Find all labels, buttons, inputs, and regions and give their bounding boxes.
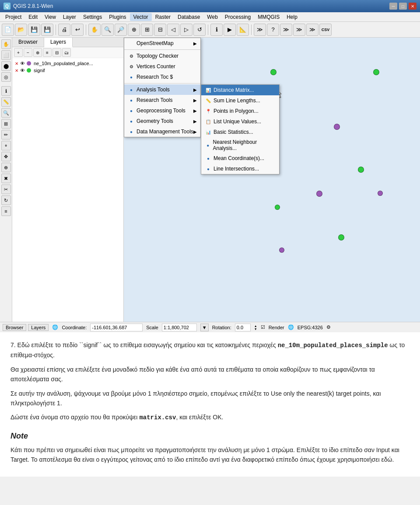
list-item[interactable]: ✕ 👁 ne_10m_populated_place... xyxy=(14,60,122,67)
layer-expand-button[interactable]: ≡ xyxy=(43,48,52,57)
select-button[interactable]: ▶ xyxy=(224,24,236,36)
menu-database[interactable]: Database xyxy=(174,13,203,21)
layer-visibility-icon[interactable]: 👁 xyxy=(20,61,25,66)
maximize-button[interactable]: □ xyxy=(399,3,407,10)
rotation-spinner[interactable]: ▲ ▼ xyxy=(254,324,257,331)
vtb-delete[interactable]: ✖ xyxy=(1,174,11,183)
menu-research-toc[interactable]: ● Research Toc $ xyxy=(124,72,200,82)
zoom-in-button[interactable]: 🔍 xyxy=(102,24,114,36)
map-canvas[interactable]: OpenStreetMap ▶ ⚙ Topology Checker ⚙ Ver… xyxy=(124,38,420,322)
submenu-sum-line-lengths[interactable]: 📏 Sum Line Lengths... xyxy=(201,95,279,106)
vtb-attr[interactable]: ≡ xyxy=(1,206,11,216)
close-button[interactable]: ✕ xyxy=(409,3,416,10)
new-project-button[interactable]: 📄 xyxy=(2,24,14,36)
browser-button[interactable]: Browser xyxy=(3,324,26,331)
layer-add-button[interactable]: + xyxy=(14,48,23,57)
zoom-next-button[interactable]: ▷ xyxy=(180,24,192,36)
submenu-mean-coordinate[interactable]: ● Mean Coordinate(s)... xyxy=(201,153,279,164)
vtb-edit[interactable]: ✏ xyxy=(1,130,11,139)
vtb-select-area[interactable]: ⬜ xyxy=(1,50,11,60)
spin-up-icon[interactable]: ▲ xyxy=(254,324,257,327)
menu-analysis-tools[interactable]: ● Analysis Tools ▶ 📊 Distance Matrix... … xyxy=(124,84,200,95)
layer-collapse-button[interactable]: ⊟ xyxy=(52,48,61,57)
submenu-list-unique-values[interactable]: 📋 List Unique Values... xyxy=(201,116,279,127)
open-project-button[interactable]: 📂 xyxy=(15,24,27,36)
layer-remove-button[interactable]: − xyxy=(24,48,32,57)
csv-button[interactable]: CSV xyxy=(319,24,332,36)
submenu-line-intersections[interactable]: ● Line Intersections... xyxy=(201,164,279,174)
scale-apply-button[interactable]: ▼ xyxy=(200,324,209,331)
menu-vertices-counter[interactable]: ⚙ Vertices Counter xyxy=(124,61,200,72)
menu-raster[interactable]: Raster xyxy=(152,13,174,21)
spin-down-icon[interactable]: ▼ xyxy=(254,327,257,331)
menu-help[interactable]: Help xyxy=(283,13,301,21)
vtb-split[interactable]: ✂ xyxy=(1,185,11,194)
tab-layers[interactable]: Layers xyxy=(44,38,73,47)
save-as-button[interactable]: 💾 xyxy=(41,24,53,36)
extra-btn-3[interactable]: ≫ xyxy=(293,24,305,36)
menu-web[interactable]: Web xyxy=(203,13,221,21)
layer-close-icon[interactable]: ✕ xyxy=(15,68,18,73)
submenu-nearest-neighbour[interactable]: ● Nearest Neighbour Analysis... xyxy=(201,137,279,153)
menu-view[interactable]: View xyxy=(41,13,60,21)
tab-browser[interactable]: Browser xyxy=(12,38,44,47)
minimize-button[interactable]: ─ xyxy=(389,3,397,10)
menu-geoprocessing-tools[interactable]: ● Geoprocessing Tools ▶ xyxy=(124,105,200,116)
menu-topology-checker[interactable]: ⚙ Topology Checker xyxy=(124,51,200,61)
zoom-last-button[interactable]: ◁ xyxy=(167,24,179,36)
menu-vector[interactable]: Vector xyxy=(130,13,152,21)
vtb-zoom-layer[interactable]: ⊞ xyxy=(1,119,11,129)
zoom-full-button[interactable]: ⊕ xyxy=(128,24,140,36)
list-item[interactable]: ✕ 👁 signif xyxy=(14,67,122,74)
vtb-pan[interactable]: ✋ xyxy=(1,39,11,49)
layer-filter-button[interactable]: ⊕ xyxy=(33,48,42,57)
extra-btn-1[interactable]: ≫ xyxy=(254,24,266,36)
measure-button[interactable]: 📐 xyxy=(237,24,249,36)
layer-mgmt-button[interactable]: 🗂 xyxy=(62,48,71,57)
help-button[interactable]: ? xyxy=(267,24,279,36)
vtb-rotate[interactable]: ↻ xyxy=(1,195,11,205)
menu-layer[interactable]: Layer xyxy=(60,13,80,21)
zoom-selection-button[interactable]: ⊟ xyxy=(154,24,166,36)
menu-settings[interactable]: Settings xyxy=(80,13,105,21)
menu-plugins[interactable]: Plugins xyxy=(105,13,130,21)
layer-name[interactable]: signif xyxy=(34,68,45,73)
scale-input[interactable] xyxy=(162,324,197,331)
menu-project[interactable]: Project xyxy=(2,13,25,21)
submenu-distance-matrix[interactable]: 📊 Distance Matrix... xyxy=(201,85,279,95)
zoom-out-button[interactable]: 🔎 xyxy=(115,24,127,36)
layer-close-icon[interactable]: ✕ xyxy=(15,61,18,66)
render-checkbox[interactable]: ☑ xyxy=(261,324,265,330)
vtb-select-freehand[interactable]: ⬤ xyxy=(1,61,11,71)
settings-icon[interactable]: ⚙ xyxy=(326,324,331,330)
layer-visibility-icon[interactable]: 👁 xyxy=(20,68,25,73)
save-project-button[interactable]: 💾 xyxy=(28,24,40,36)
menu-openstreetmap[interactable]: OpenStreetMap ▶ xyxy=(124,38,200,49)
layers-status-button[interactable]: Layers xyxy=(28,324,49,331)
submenu-basic-statistics[interactable]: 📊 Basic Statistics... xyxy=(201,127,279,137)
menu-geometry-tools[interactable]: ● Geometry Tools ▶ xyxy=(124,116,200,126)
vtb-add-point[interactable]: ⊕ xyxy=(1,163,11,172)
vtb-zoom[interactable]: 🔍 xyxy=(1,108,11,118)
extra-btn-4[interactable]: ≫ xyxy=(306,24,318,36)
submenu-points-in-polygon[interactable]: 📍 Points in Polygon... xyxy=(201,106,279,116)
rotation-input[interactable] xyxy=(235,324,251,331)
identify-button[interactable]: ℹ xyxy=(210,24,223,36)
menu-edit[interactable]: Edit xyxy=(25,13,41,21)
vtb-move[interactable]: ✥ xyxy=(1,152,11,161)
menu-processing[interactable]: Processing xyxy=(221,13,254,21)
zoom-layer-button[interactable]: ⊞ xyxy=(141,24,153,36)
undo-button[interactable]: ↩ xyxy=(71,24,84,36)
menu-mmqgis[interactable]: MMQGIS xyxy=(254,13,283,21)
vtb-select-radius[interactable]: ◎ xyxy=(1,72,11,82)
vtb-measure[interactable]: 📏 xyxy=(1,97,11,107)
layer-name[interactable]: ne_10m_populated_place... xyxy=(34,61,93,66)
extra-btn-2[interactable]: ≫ xyxy=(280,24,292,36)
refresh-button[interactable]: ↺ xyxy=(193,24,206,36)
print-button[interactable]: 🖨 xyxy=(58,24,70,36)
vtb-node[interactable]: ⚬ xyxy=(1,141,11,150)
coordinate-input[interactable] xyxy=(90,324,143,331)
pan-button[interactable]: ✋ xyxy=(88,24,101,36)
menu-research-tools[interactable]: ● Research Tools ▶ xyxy=(124,95,200,105)
menu-data-management-tools[interactable]: ● Data Management Tools ▶ xyxy=(124,126,200,137)
